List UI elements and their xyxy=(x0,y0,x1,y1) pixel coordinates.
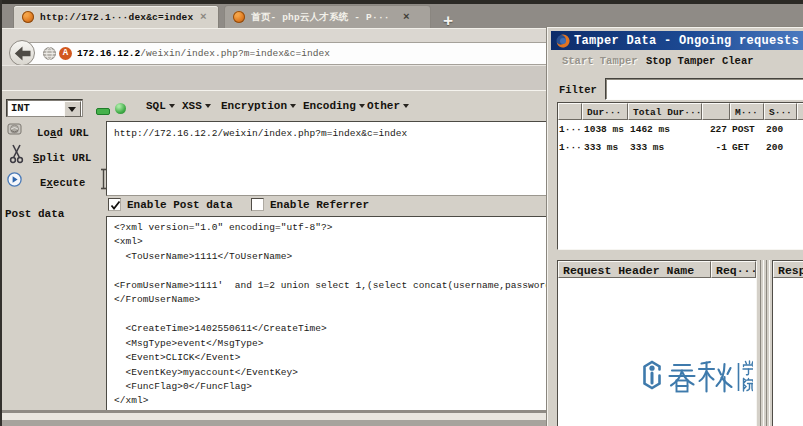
col-total-duration[interactable]: Total Dur··· xyxy=(628,103,702,120)
tab-active[interactable]: http://172.1···dex&c=index × xyxy=(14,6,218,28)
firefox-icon xyxy=(556,34,570,48)
tab-inactive[interactable]: 首页- php云人才系统 - P··· × xyxy=(225,6,430,28)
menu-encoding[interactable]: Encoding xyxy=(303,100,365,112)
request-headers-header: Request Header Name Req··· xyxy=(558,261,756,278)
filter-input[interactable] xyxy=(605,78,803,100)
post-data-label: Post data xyxy=(5,208,64,220)
tab1-close-icon[interactable]: × xyxy=(200,12,207,22)
load-url-button[interactable]: Load URL xyxy=(37,127,89,139)
col-method[interactable]: M··· xyxy=(730,103,764,120)
menu-xss[interactable]: XSS xyxy=(182,100,211,112)
request-headers-panel: Request Header Name Req··· xyxy=(557,260,757,426)
decrease-font-icon[interactable] xyxy=(96,108,110,115)
cell-duration: 1038 ms xyxy=(582,124,628,135)
split-url-button[interactable]: Split URL xyxy=(33,152,92,164)
window-left-edge xyxy=(0,0,2,426)
col-request-header-name[interactable]: Request Header Name xyxy=(558,261,711,278)
tab1-title: http://172.1···dex&c=index xyxy=(40,12,198,23)
cell-time: 1··· xyxy=(558,124,582,135)
screenshot-root: http://172.1···dex&c=index × 首页- php云人才系… xyxy=(0,0,803,426)
cell-time: 1··· xyxy=(558,142,582,153)
menu-other[interactable]: Other xyxy=(367,100,409,112)
col-status[interactable]: S··· xyxy=(764,103,797,120)
execute-button[interactable]: Execute xyxy=(40,177,86,189)
cell-method: GET xyxy=(730,142,764,153)
cell-method: POST xyxy=(730,124,764,135)
globe-icon xyxy=(43,47,56,60)
hackbar-mode-select[interactable]: INT xyxy=(6,99,83,117)
vertical-splitter[interactable] xyxy=(757,260,772,426)
site-identity-icon[interactable]: A xyxy=(59,47,72,60)
checkbox-box[interactable] xyxy=(251,198,264,211)
col-duration[interactable]: Dur··· xyxy=(582,103,628,120)
ichunqiu-watermark-logo xyxy=(631,353,753,397)
col-request-header-value[interactable]: Req··· xyxy=(711,261,756,278)
horizontal-splitter[interactable] xyxy=(551,250,803,260)
col-response-header-name[interactable]: Response Header Name xyxy=(773,261,803,278)
cell-size: -1 xyxy=(702,142,730,153)
enable-referrer-checkbox[interactable]: Enable Referrer xyxy=(251,198,369,211)
col-extra[interactable] xyxy=(797,103,803,120)
tab1-favicon-icon xyxy=(22,11,34,23)
increase-font-icon[interactable] xyxy=(115,103,126,114)
tab2-favicon-icon xyxy=(233,11,245,23)
start-tamper-menu[interactable]: Start Tamper xyxy=(562,55,638,67)
requests-table: Dur··· Total Dur··· M··· S··· 1··· 1038 … xyxy=(557,102,803,250)
response-headers-header: Response Header Name xyxy=(773,261,803,278)
cell-status: 200 xyxy=(764,124,797,135)
checkbox-box[interactable] xyxy=(108,198,121,211)
splitter-groove xyxy=(760,260,764,426)
enable-referrer-label: Enable Referrer xyxy=(270,199,369,211)
split-url-icon xyxy=(9,144,24,164)
cell-status: 200 xyxy=(764,142,797,153)
load-url-icon xyxy=(7,122,24,136)
splitter-groove xyxy=(766,260,770,426)
cell-duration: 333 ms xyxy=(582,142,628,153)
cell-total-duration: 1462 ms xyxy=(628,124,702,135)
text-cursor xyxy=(100,168,107,190)
stop-tamper-menu[interactable]: Stop Tamper xyxy=(646,55,715,67)
url-host: 172.16.12.2 xyxy=(77,48,140,59)
col-time[interactable] xyxy=(558,103,582,120)
tab-bar: http://172.1···dex&c=index × 首页- php云人才系… xyxy=(0,4,803,28)
cell-total-duration: 333 ms xyxy=(628,142,702,153)
dropdown-arrow-icon[interactable] xyxy=(64,101,81,117)
tab2-title: 首页- php云人才系统 - P··· xyxy=(251,11,401,24)
tamper-data-window: Tamper Data - Ongoing requests Start Tam… xyxy=(546,26,803,426)
cell-size: 227 xyxy=(702,124,730,135)
back-button[interactable] xyxy=(9,40,35,66)
menu-sql[interactable]: SQL xyxy=(146,100,175,112)
back-arrow-icon xyxy=(14,46,31,61)
request-row[interactable]: 1··· 1038 ms 1462 ms 227 POST 200 xyxy=(558,120,803,138)
mode-select-value: INT xyxy=(11,102,30,114)
requests-table-header: Dur··· Total Dur··· M··· S··· xyxy=(558,103,803,120)
request-row[interactable]: 1··· 333 ms 333 ms -1 GET 200 xyxy=(558,138,803,156)
enable-post-data-checkbox[interactable]: Enable Post data xyxy=(108,198,233,211)
url-path: /weixin/index.php?m=index&c=index xyxy=(140,48,330,59)
url-text[interactable]: 172.16.12.2/weixin/index.php?m=index&c=i… xyxy=(77,48,330,59)
clear-menu[interactable]: Clear xyxy=(722,55,754,67)
tamper-window-title: Tamper Data - Ongoing requests xyxy=(574,34,799,48)
filter-label: Filter xyxy=(559,84,597,96)
checkmark-icon xyxy=(110,200,121,211)
enable-post-data-label: Enable Post data xyxy=(127,199,233,211)
tamper-titlebar[interactable]: Tamper Data - Ongoing requests xyxy=(551,31,803,50)
execute-icon xyxy=(7,172,22,187)
col-size[interactable] xyxy=(702,103,730,120)
menu-encryption[interactable]: Encryption xyxy=(221,100,296,112)
response-headers-panel: Response Header Name xyxy=(772,260,803,426)
tab2-close-icon[interactable]: × xyxy=(403,12,410,22)
